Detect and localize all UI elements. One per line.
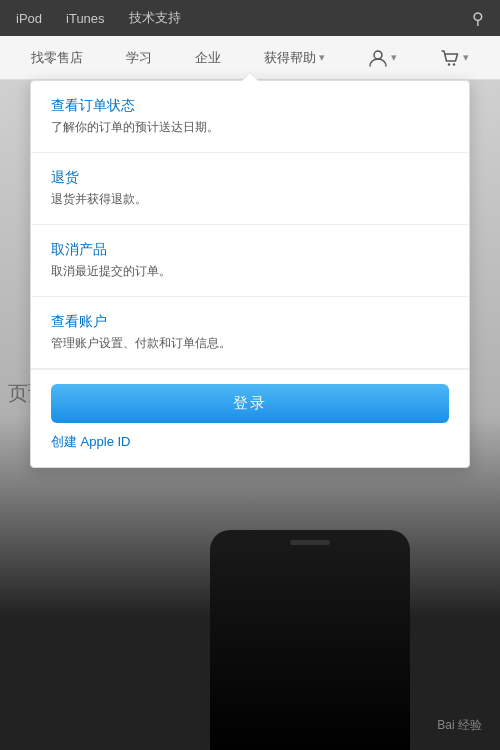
user-icon-button[interactable]: ▾ <box>368 48 397 68</box>
menu-item-account-desc: 管理账户设置、付款和订单信息。 <box>51 335 449 352</box>
account-dropdown: 查看订单状态 了解你的订单的预计送达日期。 退货 退货并获得退款。 取消产品 取… <box>30 80 470 468</box>
sec-nav-learn[interactable]: 学习 <box>126 49 152 67</box>
login-section: 登录 创建 Apple ID <box>31 369 469 467</box>
login-button[interactable]: 登录 <box>51 384 449 423</box>
menu-item-order-status-title: 查看订单状态 <box>51 97 449 115</box>
menu-item-return-desc: 退货并获得退款。 <box>51 191 449 208</box>
top-nav: iPod iTunes 技术支持 ⚲ <box>0 0 500 36</box>
svg-point-2 <box>452 63 454 65</box>
cart-icon-button[interactable]: ▾ <box>440 48 469 68</box>
top-nav-items: iPod iTunes 技术支持 <box>16 9 181 27</box>
device-silhouette <box>210 530 410 750</box>
menu-item-account-title: 查看账户 <box>51 313 449 331</box>
menu-item-view-account[interactable]: 查看账户 管理账户设置、付款和订单信息。 <box>31 297 469 369</box>
sec-nav-help[interactable]: 获得帮助 <box>264 49 325 67</box>
menu-item-return-title: 退货 <box>51 169 449 187</box>
nav-item-ipod[interactable]: iPod <box>16 11 42 26</box>
menu-item-cancel-product[interactable]: 取消产品 取消最近提交的订单。 <box>31 225 469 297</box>
svg-point-0 <box>374 51 382 59</box>
baidu-watermark: Bai 经验 <box>437 717 482 734</box>
create-apple-id-link[interactable]: 创建 Apple ID <box>51 433 449 451</box>
menu-item-return[interactable]: 退货 退货并获得退款。 <box>31 153 469 225</box>
sec-nav-retail[interactable]: 找零售店 <box>31 49 83 67</box>
nav-item-tech-support[interactable]: 技术支持 <box>129 9 181 27</box>
svg-point-1 <box>447 63 449 65</box>
menu-item-cancel-title: 取消产品 <box>51 241 449 259</box>
menu-item-order-status[interactable]: 查看订单状态 了解你的订单的预计送达日期。 <box>31 81 469 153</box>
menu-item-order-status-desc: 了解你的订单的预计送达日期。 <box>51 119 449 136</box>
sec-nav-enterprise[interactable]: 企业 <box>195 49 221 67</box>
search-icon[interactable]: ⚲ <box>472 9 484 28</box>
nav-item-itunes[interactable]: iTunes <box>66 11 105 26</box>
menu-item-cancel-desc: 取消最近提交的订单。 <box>51 263 449 280</box>
